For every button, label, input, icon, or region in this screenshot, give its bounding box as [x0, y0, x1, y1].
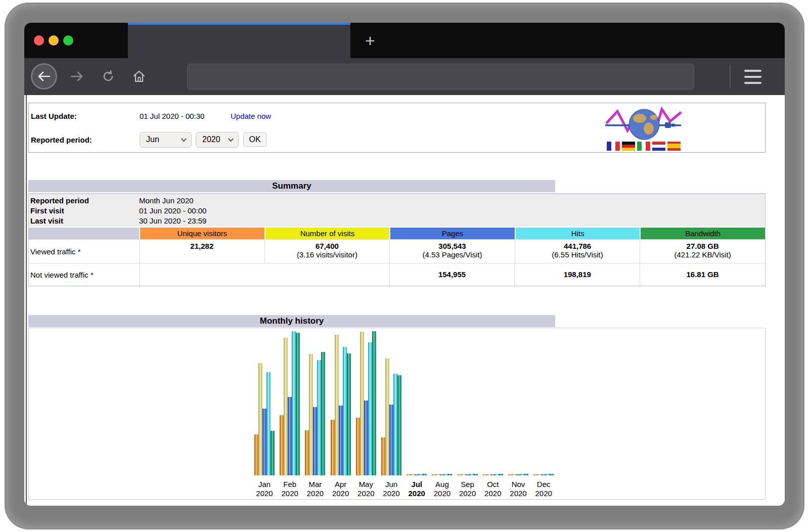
not-viewed-traffic-cell: 16.81 GB — [640, 263, 765, 286]
bar-pages — [313, 407, 317, 475]
bar-group-sep — [458, 327, 478, 475]
menu-icon — [744, 70, 761, 72]
month-name: Jan — [250, 480, 279, 489]
month-year: 2020 — [454, 489, 482, 498]
info-value: 01 Jun 2020 - 00:00 — [139, 206, 206, 215]
bar-bandwidth-gb- — [397, 375, 401, 475]
bar-group-jan — [254, 327, 275, 475]
bar-unique-visitors — [381, 437, 385, 475]
viewed-sub-value: (4.53 Pages/Visit) — [390, 250, 515, 259]
month-year: 2020 — [428, 489, 456, 498]
bar-unique-visitors — [432, 474, 436, 475]
bar-unique-visitors — [280, 415, 284, 475]
bar-group-jun — [381, 327, 401, 475]
home-button[interactable] — [126, 63, 152, 90]
month-year: 2020 — [504, 489, 532, 498]
month-year: 2020 — [377, 489, 406, 498]
info-label: Last visit — [29, 216, 139, 225]
bar-bandwidth-gb- — [474, 474, 478, 475]
new-tab-button[interactable]: + — [354, 23, 386, 58]
toolbar-divider — [730, 65, 731, 88]
bar-hits — [317, 360, 321, 475]
month-name: Feb — [276, 480, 304, 489]
bar-pages — [466, 474, 470, 475]
bar-unique-visitors — [508, 474, 512, 475]
bar-number-of-visits — [537, 474, 542, 475]
viewed-main-value: 305,543 — [390, 242, 515, 250]
forward-icon — [70, 71, 83, 82]
bar-bandwidth-gb- — [347, 353, 351, 475]
month-label-may: May2020 — [352, 480, 380, 498]
bar-number-of-visits — [284, 338, 288, 475]
menu-button[interactable] — [741, 68, 765, 86]
not-viewed-traffic-cell: 198,819 — [514, 263, 640, 286]
viewed-traffic-cell: 441,786(6.55 Hits/Visit) — [515, 240, 640, 263]
reload-button[interactable] — [95, 63, 121, 90]
maximize-window-button[interactable] — [63, 35, 73, 46]
bar-unique-visitors — [483, 474, 487, 475]
summary-header-spacer — [29, 228, 139, 239]
chevron-down-icon — [181, 136, 187, 142]
bar-unique-visitors — [407, 474, 411, 475]
month-name: Jun — [377, 480, 406, 489]
bar-hits — [495, 474, 499, 475]
viewed-main-value: 441,786 — [515, 242, 640, 250]
viewed-traffic-cell: 21,282 — [139, 240, 264, 263]
bar-number-of-visits — [258, 363, 262, 475]
ok-button[interactable]: OK — [243, 132, 266, 147]
month-name: Oct — [479, 480, 507, 489]
bar-bandwidth-gb- — [271, 431, 275, 475]
not-viewed-traffic-label: Not viewed traffic * — [29, 263, 139, 286]
month-year: 2020 — [529, 489, 558, 498]
browser-toolbar — [24, 58, 785, 95]
bar-unique-visitors — [305, 430, 309, 475]
bar-pages — [339, 406, 343, 475]
reload-icon — [102, 70, 114, 82]
home-icon — [132, 70, 146, 83]
forward-button[interactable] — [64, 63, 90, 90]
viewed-sub-value: (421.22 KB/Visit) — [640, 250, 765, 259]
month-select[interactable]: Jun — [140, 132, 192, 148]
month-label-jan: Jan2020 — [250, 480, 279, 498]
browser-window: + — [24, 23, 785, 506]
bar-pages — [364, 401, 368, 475]
month-name: Nov — [504, 480, 532, 489]
bar-pages — [262, 409, 266, 475]
flag-spain — [667, 142, 681, 151]
monthly-history-chart: Jan2020Feb2020Mar2020Apr2020May2020Jun20… — [28, 328, 766, 500]
update-now-link[interactable]: Update now — [231, 112, 271, 120]
bar-pages — [491, 474, 495, 475]
month-name: Apr — [327, 480, 355, 489]
year-select[interactable]: 2020 — [196, 132, 239, 148]
summary-info-row: First visit01 Jun 2020 - 00:00 — [29, 205, 765, 215]
info-value: 30 Jun 2020 - 23:59 — [139, 216, 206, 225]
viewed-traffic-cell: 305,543(4.53 Pages/Visit) — [389, 240, 515, 263]
chevron-down-icon — [228, 136, 234, 142]
bar-bandwidth-gb- — [423, 474, 427, 475]
bar-bandwidth-gb- — [448, 474, 452, 475]
url-input[interactable] — [187, 64, 694, 90]
bar-hits — [393, 374, 397, 475]
month-label-apr: Apr2020 — [327, 480, 355, 498]
bar-hits — [520, 474, 524, 475]
browser-tab[interactable] — [128, 23, 350, 58]
bar-hits — [444, 474, 448, 475]
close-window-button[interactable] — [34, 35, 44, 46]
flag-france — [607, 142, 620, 151]
summary-info-row: Reported periodMonth Jun 2020 — [29, 195, 765, 205]
viewed-sub-value: (3.16 visits/visitor) — [265, 250, 390, 259]
summary-header-row: Unique visitorsNumber of visitsPagesHits… — [29, 228, 765, 239]
minimize-window-button[interactable] — [49, 35, 59, 46]
language-flags — [607, 142, 681, 151]
bar-unique-visitors — [458, 474, 462, 475]
back-button[interactable] — [31, 63, 57, 90]
bar-group-jul — [407, 327, 427, 475]
bar-hits — [368, 342, 372, 475]
month-label-dec: Dec2020 — [529, 480, 558, 498]
bar-number-of-visits — [411, 474, 415, 475]
traffic-lights — [34, 35, 73, 46]
viewed-main-value: 21,282 — [140, 242, 264, 250]
bar-number-of-visits — [512, 474, 516, 475]
bar-hits — [343, 347, 347, 475]
bar-group-apr — [331, 327, 351, 475]
